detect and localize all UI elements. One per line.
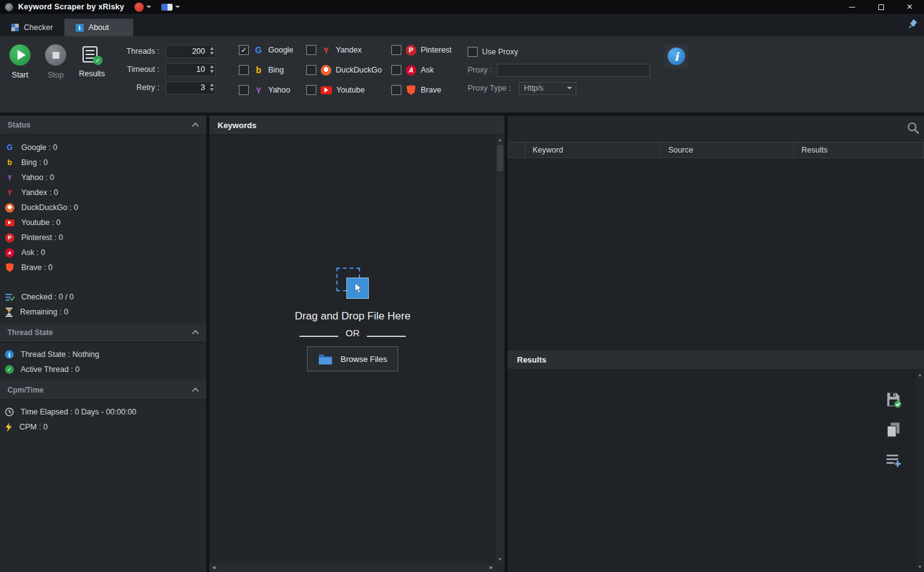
threads-label: Threads :: [126, 47, 159, 56]
stop-icon: [45, 44, 66, 66]
bing-checkbox[interactable]: [239, 65, 249, 75]
engine-ask[interactable]: Ask: [391, 65, 461, 76]
checker-icon: [11, 24, 19, 31]
scroll-right-button[interactable]: ▶: [487, 563, 496, 572]
app-badge-icon[interactable]: [134, 3, 144, 12]
scrollbar-thumb[interactable]: [497, 145, 503, 171]
brave-checkbox[interactable]: [391, 85, 401, 95]
status-row-yandex: Yandex : 0: [0, 185, 206, 200]
status-row-google: Google : 0: [0, 140, 206, 155]
threads-input[interactable]: [166, 45, 216, 58]
stop-button[interactable]: Stop: [36, 36, 76, 79]
engine-bing[interactable]: Bing: [239, 65, 306, 76]
yahoo-checkbox[interactable]: [239, 85, 249, 95]
source-column-header[interactable]: Source: [661, 142, 794, 158]
hourglass-icon: [5, 308, 13, 317]
tab-label: Checker: [24, 23, 53, 32]
scroll-down-button[interactable]: ▼: [496, 554, 505, 563]
yandex-icon: [5, 188, 14, 198]
engine-yahoo[interactable]: Yahoo: [239, 85, 306, 96]
pinterest-checkbox[interactable]: [391, 45, 401, 55]
duckduckgo-checkbox[interactable]: [306, 65, 316, 75]
use-proxy-label: Use Proxy: [482, 48, 518, 56]
status-value: Brave : 0: [21, 263, 53, 272]
results-section-label: Results: [517, 355, 546, 364]
search-button[interactable]: [906, 121, 920, 138]
cpm-time-section-header[interactable]: Cpm/Time: [0, 381, 206, 400]
bing-icon: [253, 65, 264, 76]
results-vertical-scrollbar[interactable]: ▲ ▼: [916, 370, 924, 571]
clock-icon: [5, 408, 14, 416]
chevron-down-icon[interactable]: [146, 6, 151, 8]
file-dropzone[interactable]: Drag and Drop File Here OR Browse Files: [209, 268, 496, 371]
maximize-button[interactable]: [866, 0, 895, 14]
tab-bar: Checker i About: [0, 14, 924, 36]
thread-state-section-header[interactable]: Thread State: [0, 323, 206, 343]
status-value: Bing : 0: [21, 158, 48, 167]
status-row-brave: Brave : 0: [0, 260, 206, 275]
scroll-left-button[interactable]: ◀: [209, 563, 218, 572]
google-checkbox[interactable]: [239, 45, 249, 55]
chevron-down-icon[interactable]: [175, 6, 180, 8]
threads-spinner[interactable]: [210, 47, 214, 55]
use-proxy-checkbox[interactable]: [468, 47, 478, 57]
engine-brave[interactable]: Brave: [391, 85, 461, 96]
duckduckgo-icon: [321, 65, 331, 76]
window-titlebar: Keyword Scraper by xRisky ✕: [0, 0, 924, 14]
engine-label: Yahoo: [268, 86, 290, 94]
browse-files-button[interactable]: Browse Files: [307, 346, 398, 371]
timeout-input[interactable]: [166, 63, 216, 76]
results-section-header: Results: [508, 349, 924, 369]
minimize-button[interactable]: [838, 0, 866, 14]
retry-input[interactable]: [166, 81, 216, 94]
tab-about[interactable]: i About: [64, 19, 133, 36]
close-button[interactable]: ✕: [895, 0, 924, 14]
tab-checker[interactable]: Checker: [0, 19, 64, 36]
yandex-checkbox[interactable]: [306, 45, 316, 55]
status-section-header[interactable]: Status: [0, 116, 206, 135]
app-icon: [5, 3, 13, 11]
ask-checkbox[interactable]: [391, 65, 401, 75]
use-proxy-row[interactable]: Use Proxy: [468, 45, 655, 59]
youtube-checkbox[interactable]: [306, 85, 316, 95]
proxy-type-dropdown[interactable]: Http/s: [519, 82, 576, 95]
save-results-button[interactable]: [885, 391, 901, 408]
keyword-column-header[interactable]: Keyword: [525, 142, 661, 158]
proxy-input[interactable]: [497, 64, 650, 77]
engine-duckduckgo[interactable]: DuckDuckGo: [306, 65, 391, 76]
thread-state-header-label: Thread State: [8, 328, 53, 337]
keywords-header: Keywords: [209, 116, 505, 135]
keywords-vertical-scrollbar[interactable]: ▲ ▼: [496, 135, 505, 563]
tab-label: About: [89, 23, 109, 32]
language-flag-icon[interactable]: [161, 4, 173, 11]
pin-button[interactable]: [907, 19, 918, 33]
scroll-up-button[interactable]: ▲: [496, 135, 505, 144]
start-button[interactable]: Start: [0, 36, 40, 79]
scroll-up-button[interactable]: ▲: [916, 370, 924, 379]
add-to-list-button[interactable]: [885, 453, 901, 468]
list-check-icon: ✓: [83, 45, 101, 65]
chevron-up-icon: [192, 123, 199, 129]
results-column-header[interactable]: Results: [794, 142, 924, 158]
engine-youtube[interactable]: Youtube: [306, 85, 391, 95]
engine-google[interactable]: Google: [239, 45, 306, 56]
info-button[interactable]: i: [665, 44, 688, 68]
row-index-column-header[interactable]: [508, 142, 525, 158]
engine-pinterest[interactable]: Pinterest: [391, 45, 461, 56]
youtube-icon: [321, 86, 332, 94]
drop-title: Drag and Drop File Here: [294, 310, 410, 323]
timeout-spinner[interactable]: [210, 65, 214, 73]
results-output-area: ▲ ▼: [508, 369, 924, 572]
copy-results-button[interactable]: [886, 422, 901, 438]
engine-checkbox-grid: Google Bing Yahoo Yandex DuckDuckGo Yout…: [239, 40, 461, 100]
timeout-label: Timeout :: [127, 65, 159, 74]
keywords-horizontal-scrollbar[interactable]: ◀ ▶: [209, 563, 496, 572]
proxy-group: Use Proxy Proxy : Proxy Type : Http/s: [468, 45, 655, 99]
status-value: Yandex : 0: [21, 188, 58, 197]
engine-yandex[interactable]: Yandex: [306, 45, 391, 56]
status-row-ask: Ask : 0: [0, 245, 206, 260]
keywords-header-label: Keywords: [218, 121, 256, 130]
results-panel: Keyword Source Results Results: [508, 116, 924, 572]
scroll-down-button[interactable]: ▼: [916, 562, 924, 571]
retry-spinner[interactable]: [210, 83, 214, 91]
